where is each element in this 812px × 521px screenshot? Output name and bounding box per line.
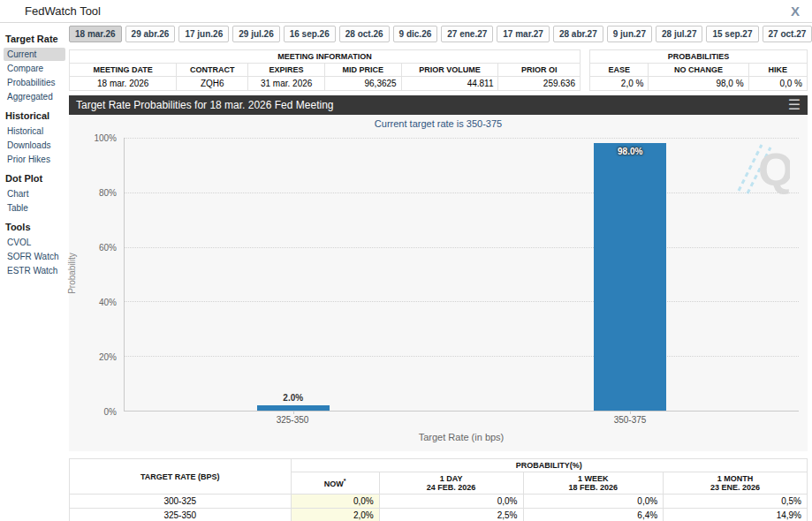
y-tick-0: 0% — [80, 407, 117, 417]
bar-rect-350-375: 98.0% — [594, 143, 666, 411]
ease-value: 2,0 % — [590, 77, 649, 91]
col-contract: CONTRACT — [177, 64, 248, 77]
chart-title: Target Rate Probabilities for 18 mar. 20… — [76, 99, 334, 111]
col-ease: EASE — [590, 64, 649, 77]
sidebar-section-dot-plot: Dot Plot — [5, 173, 67, 184]
col-prior-oi: PRIOR OI — [498, 64, 581, 77]
sidebar-section-target-rate: Target Rate — [5, 34, 67, 44]
gridline-60 — [125, 247, 799, 248]
probability-chart-panel: Target Rate Probabilities for 18 mar. 20… — [69, 95, 808, 451]
no-change-value: 98,0 % — [649, 77, 748, 91]
bar-325-350: 2.0% — [257, 138, 330, 411]
main-content: 18 mar.26 29 abr.26 17 jun.26 29 jul.26 … — [67, 23, 812, 521]
chart-subtitle: Current target rate is 350-375 — [69, 115, 808, 131]
sidebar-item-compare[interactable]: Compare — [4, 62, 65, 75]
table-row: 325-350 2,0% 2,5% 6,4% 14,9% — [70, 509, 808, 521]
col-1-week: 1 WEEK18 FEB. 2026 — [523, 472, 664, 495]
tab-meeting-date[interactable]: 17 mar.27 — [497, 26, 550, 42]
sidebar-item-current[interactable]: Current — [4, 48, 65, 61]
tab-meeting-date[interactable]: 17 jun.26 — [178, 26, 229, 42]
gridline-100 — [125, 138, 799, 139]
sidebar-section-historical: Historical — [5, 110, 67, 121]
chart-menu-icon[interactable]: ☰ — [788, 95, 801, 115]
day-probability: 0,0% — [379, 495, 523, 509]
col-now: NOW* — [291, 472, 379, 495]
col-no-change: NO CHANGE — [649, 64, 748, 77]
sidebar-item-prior-hikes[interactable]: Prior Hikes — [4, 153, 65, 166]
quikstrike-watermark-icon: Q — [726, 140, 790, 198]
tab-meeting-date[interactable]: 28 oct.26 — [339, 26, 390, 42]
col-target-rate-bps: TARGET RATE (BPS) — [70, 459, 292, 495]
prior-volume-value: 44.811 — [401, 77, 498, 91]
col-expires: EXPIRES — [248, 64, 325, 77]
svg-text:Q: Q — [758, 144, 790, 194]
info-tables-row: MEETING INFORMATION MEETING DATE CONTRAC… — [69, 49, 808, 91]
meeting-info-title: MEETING INFORMATION — [70, 50, 581, 64]
rate-range-label: 300-325 — [70, 495, 292, 509]
hike-value: 0,0 % — [748, 77, 807, 91]
mid-price-value: 96,3625 — [324, 77, 401, 91]
tab-meeting-date[interactable]: 28 abr.27 — [553, 26, 603, 42]
tab-meeting-date[interactable]: 9 dic.26 — [393, 26, 438, 42]
y-axis-label: Probability — [67, 253, 77, 294]
gridline-20 — [125, 356, 799, 357]
col-meeting-date: MEETING DATE — [70, 64, 177, 77]
y-tick-40: 40% — [80, 298, 117, 307]
sidebar-section-tools: Tools — [5, 222, 67, 232]
tab-meeting-date[interactable]: 15 sep.27 — [706, 26, 758, 42]
plot-background: 2.0% 98.0% — [124, 138, 799, 412]
col-prior-volume: PRIOR VOLUME — [401, 64, 498, 77]
sidebar-item-table[interactable]: Table — [4, 201, 65, 215]
sidebar-item-historical[interactable]: Historical — [4, 125, 65, 138]
sidebar: Target Rate Current Compare Probabilitie… — [0, 23, 67, 521]
sidebar-item-cvol[interactable]: CVOL — [4, 236, 65, 249]
prior-oi-value: 259.636 — [498, 77, 581, 91]
tab-meeting-date[interactable]: 28 jul.27 — [656, 26, 702, 42]
x-axis-tick — [630, 411, 631, 414]
bar-value-label: 2.0% — [283, 393, 303, 403]
probability-history-table: TARGET RATE (BPS) PROBABILITY(%) NOW* 1 … — [69, 458, 808, 521]
week-probability: 0,0% — [523, 495, 664, 509]
tab-meeting-date[interactable]: 18 mar.26 — [69, 26, 122, 42]
tab-meeting-date[interactable]: 27 ene.27 — [441, 26, 493, 42]
day-probability: 2,5% — [379, 509, 523, 521]
probabilities-title: PROBABILITIES — [590, 50, 808, 64]
month-probability: 0,5% — [664, 495, 808, 509]
month-probability: 14,9% — [664, 509, 808, 521]
tab-meeting-date[interactable]: 16 sep.26 — [284, 26, 336, 42]
probability-history-table-wrap: TARGET RATE (BPS) PROBABILITY(%) NOW* 1 … — [69, 458, 808, 521]
col-hike: HIKE — [748, 64, 807, 77]
sidebar-item-chart[interactable]: Chart — [4, 187, 65, 200]
y-tick-60: 60% — [80, 243, 117, 253]
meeting-date-tabs: 18 mar.26 29 abr.26 17 jun.26 29 jul.26 … — [69, 26, 808, 42]
meeting-information-table: MEETING INFORMATION MEETING DATE CONTRAC… — [69, 49, 581, 91]
sidebar-item-probabilities[interactable]: Probabilities — [4, 76, 65, 89]
sidebar-item-aggregated[interactable]: Aggregated — [4, 90, 65, 103]
sidebar-item-estr-watch[interactable]: ESTR Watch — [4, 264, 65, 277]
col-mid-price: MID PRICE — [324, 64, 401, 77]
meeting-date-value: 18 mar. 2026 — [70, 77, 177, 91]
app-header: FedWatch Tool X — [0, 0, 812, 23]
tab-meeting-date[interactable]: 29 abr.26 — [125, 26, 176, 42]
tab-meeting-date[interactable]: 29 jul.26 — [232, 26, 279, 42]
group-header-probability: PROBABILITY(%) — [291, 459, 808, 472]
col-1-day: 1 DAY24 FEB. 2026 — [379, 472, 523, 495]
app-title: FedWatch Tool — [25, 4, 101, 18]
category-label-325-350: 325-350 — [124, 415, 461, 425]
chart-title-bar: Target Rate Probabilities for 18 mar. 20… — [69, 95, 808, 115]
sidebar-item-downloads[interactable]: Downloads — [4, 139, 65, 152]
col-1-month: 1 MONTH23 ENE. 2026 — [664, 472, 808, 495]
sidebar-item-sofr-watch[interactable]: SOFR Watch — [4, 250, 65, 263]
tab-meeting-date[interactable]: 9 jun.27 — [607, 26, 652, 42]
app-body: Target Rate Current Compare Probabilitie… — [0, 23, 812, 521]
rate-range-label: 325-350 — [70, 509, 292, 521]
bar-350-375: 98.0% — [594, 138, 666, 411]
gridline-80 — [125, 193, 799, 193]
contract-value: ZQH6 — [177, 77, 248, 91]
tab-meeting-date[interactable]: 27 oct.27 — [763, 26, 812, 42]
bar-value-label: 98.0% — [594, 147, 666, 156]
week-probability: 6,4% — [523, 509, 664, 521]
close-icon[interactable]: X — [791, 4, 800, 19]
y-tick-80: 80% — [80, 188, 117, 198]
now-probability: 0,0% — [291, 495, 379, 509]
